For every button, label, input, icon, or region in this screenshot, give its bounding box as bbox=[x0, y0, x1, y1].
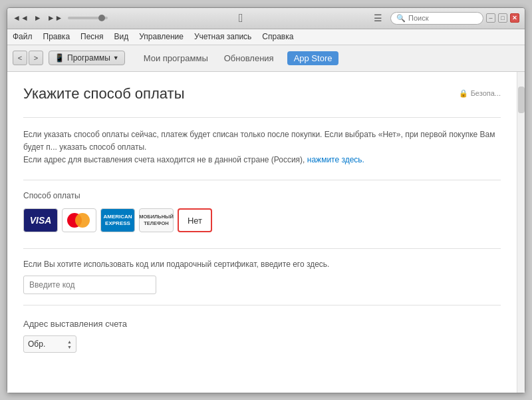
code-section-text: Если Вы хотите использовать код или пода… bbox=[23, 260, 501, 269]
menu-view[interactable]: Вид bbox=[114, 32, 129, 41]
titlebar-left: ◄◄ ► ►► bbox=[13, 13, 108, 23]
search-icon: 🔍 bbox=[396, 14, 406, 23]
programs-dropdown[interactable]: 📱 Программы ▼ bbox=[49, 51, 125, 65]
media-controls: ◄◄ ► ►► bbox=[13, 13, 108, 23]
restore-button[interactable]: □ bbox=[498, 13, 507, 23]
programs-icon: 📱 bbox=[55, 53, 65, 63]
menu-file[interactable]: Файл bbox=[13, 32, 33, 41]
security-text: Безопа... bbox=[471, 89, 501, 97]
click-here-link[interactable]: нажмите здесь. bbox=[307, 155, 364, 164]
billing-select-value: Обр. bbox=[28, 339, 45, 349]
tab-updates[interactable]: Обновления bbox=[221, 52, 277, 65]
menu-account[interactable]: Учетная запись bbox=[194, 32, 251, 41]
page-title: Укажите способ оплаты bbox=[23, 85, 184, 102]
menu-edit[interactable]: Правка bbox=[43, 32, 70, 41]
apple-logo:  bbox=[239, 11, 243, 25]
billing-select: Обр. ▲ ▼ bbox=[23, 335, 501, 353]
close-button[interactable]: ✕ bbox=[510, 13, 519, 23]
code-divider bbox=[23, 305, 501, 305]
mastercard-option[interactable] bbox=[62, 208, 96, 232]
nav-forward-button[interactable]: > bbox=[29, 51, 43, 65]
payment-divider bbox=[23, 248, 501, 249]
info-paragraph-1: Если указать способ оплаты сейчас, плате… bbox=[23, 128, 501, 154]
menubar: Файл Правка Песня Вид Управление Учетная… bbox=[7, 29, 525, 45]
select-up-icon: ▲ bbox=[67, 339, 72, 344]
search-box[interactable]: 🔍 bbox=[390, 12, 483, 25]
mobile-option[interactable]: МОБИЛЬНЫЙТЕЛЕФОН bbox=[139, 208, 174, 232]
volume-slider[interactable] bbox=[68, 17, 108, 19]
security-badge: 🔒 Безопа... bbox=[459, 89, 501, 98]
amex-option[interactable]: AMERICANEXPRESS bbox=[100, 208, 135, 232]
code-input[interactable] bbox=[23, 276, 156, 294]
content-main: Укажите способ оплаты 🔒 Безопа... Если у… bbox=[7, 72, 517, 393]
tab-app-store[interactable]: App Store bbox=[287, 51, 339, 65]
select-arrows: ▲ ▼ bbox=[67, 339, 72, 349]
minimize-button[interactable]: – bbox=[486, 13, 495, 23]
programs-chevron-icon: ▼ bbox=[113, 55, 119, 61]
menu-song[interactable]: Песня bbox=[80, 32, 103, 41]
none-payment-button[interactable]: Нет bbox=[178, 208, 212, 232]
info-text: Если указать способ оплаты сейчас, плате… bbox=[23, 128, 501, 167]
navbar: < > 📱 Программы ▼ Мои программы Обновлен… bbox=[7, 45, 525, 72]
menu-help[interactable]: Справка bbox=[262, 32, 293, 41]
nav-arrows: < > bbox=[13, 51, 43, 65]
payment-options: VISA AMERICANEXPRESS МОБИЛЬНЫЙТЕЛЕФОН bbox=[23, 208, 501, 232]
mc-circle-right bbox=[75, 213, 90, 228]
content-area: Укажите способ оплаты 🔒 Безопа... Если у… bbox=[7, 72, 525, 393]
payment-label: Способ оплаты bbox=[23, 191, 501, 200]
search-input[interactable] bbox=[408, 14, 475, 22]
menu-manage[interactable]: Управление bbox=[139, 32, 184, 41]
visa-option[interactable]: VISA bbox=[23, 208, 58, 232]
scrollbar-thumb[interactable] bbox=[518, 87, 525, 113]
title-divider bbox=[23, 117, 501, 118]
programs-label: Программы bbox=[67, 53, 110, 63]
forward-button[interactable]: ►► bbox=[47, 13, 63, 23]
tab-my-programs[interactable]: Мои программы bbox=[141, 52, 211, 65]
select-down-icon: ▼ bbox=[67, 345, 72, 349]
info-paragraph-2: Если адрес для выставления счета находит… bbox=[23, 154, 501, 166]
play-button[interactable]: ► bbox=[34, 13, 42, 23]
content-divider bbox=[23, 180, 501, 180]
nav-back-button[interactable]: < bbox=[13, 51, 27, 65]
volume-thumb bbox=[98, 15, 105, 21]
rewind-button[interactable]: ◄◄ bbox=[13, 13, 29, 23]
titlebar-right: ☰ 🔍 – □ ✕ bbox=[374, 12, 519, 25]
billing-dropdown[interactable]: Обр. ▲ ▼ bbox=[23, 335, 76, 353]
scrollbar[interactable] bbox=[517, 72, 525, 393]
titlebar: ◄◄ ► ►►  ☰ 🔍 – □ ✕ bbox=[7, 8, 525, 29]
list-view-icon[interactable]: ☰ bbox=[374, 13, 382, 23]
main-window: ◄◄ ► ►►  ☰ 🔍 – □ ✕ Файл Правка Песня Ви… bbox=[7, 7, 525, 393]
nav-tabs: Мои программы Обновления App Store bbox=[141, 51, 339, 65]
billing-section: Адрес выставления счета Обр. ▲ ▼ bbox=[23, 319, 501, 353]
billing-title: Адрес выставления счета bbox=[23, 319, 501, 329]
lock-icon: 🔒 bbox=[459, 89, 468, 98]
